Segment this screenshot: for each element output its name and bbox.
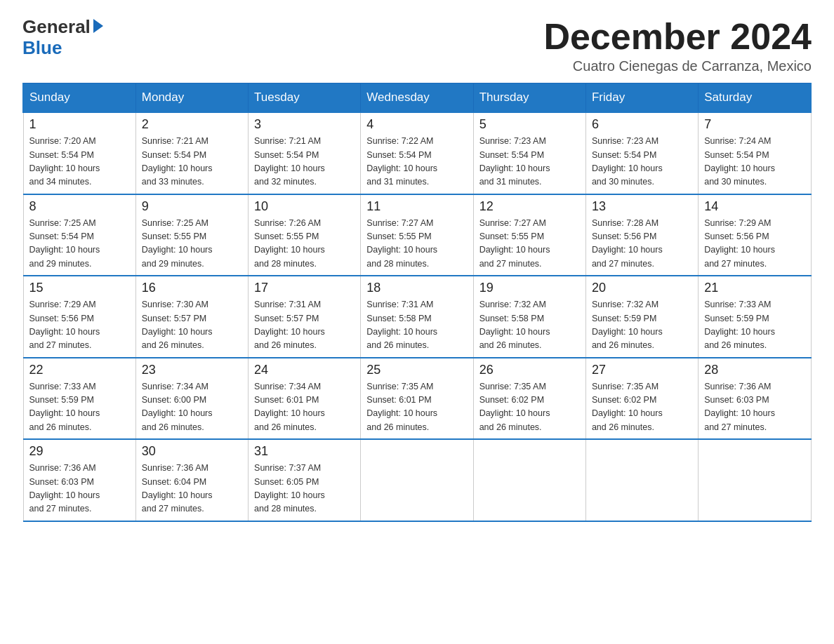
day-info: Sunrise: 7:22 AM Sunset: 5:54 PM Dayligh… (366, 135, 467, 189)
table-row: 12 Sunrise: 7:27 AM Sunset: 5:55 PM Dayl… (473, 194, 585, 276)
page-header: General Blue December 2024 Cuatro Cieneg… (22, 17, 812, 74)
table-row: 22 Sunrise: 7:33 AM Sunset: 5:59 PM Dayl… (23, 358, 135, 440)
table-row: 24 Sunrise: 7:34 AM Sunset: 6:01 PM Dayl… (249, 358, 361, 440)
table-row: 20 Sunrise: 7:32 AM Sunset: 5:59 PM Dayl… (585, 276, 698, 358)
day-number: 23 (142, 363, 242, 377)
day-info: Sunrise: 7:33 AM Sunset: 5:59 PM Dayligh… (704, 298, 805, 353)
day-number: 3 (254, 117, 355, 132)
logo-blue-text: Blue (22, 37, 103, 59)
location-text: Cuatro Cienegas de Carranza, Mexico (543, 58, 812, 74)
day-info: Sunrise: 7:21 AM Sunset: 5:54 PM Dayligh… (142, 135, 242, 189)
day-number: 18 (366, 281, 467, 295)
table-row (585, 439, 698, 521)
day-info: Sunrise: 7:31 AM Sunset: 5:58 PM Dayligh… (366, 298, 467, 353)
day-number: 4 (366, 117, 467, 132)
day-info: Sunrise: 7:36 AM Sunset: 6:03 PM Dayligh… (29, 462, 130, 516)
table-row: 4 Sunrise: 7:22 AM Sunset: 5:54 PM Dayli… (361, 112, 473, 194)
table-row: 19 Sunrise: 7:32 AM Sunset: 5:58 PM Dayl… (473, 276, 585, 358)
table-row: 14 Sunrise: 7:29 AM Sunset: 5:56 PM Dayl… (699, 194, 811, 276)
day-info: Sunrise: 7:23 AM Sunset: 5:54 PM Dayligh… (592, 135, 692, 189)
day-info: Sunrise: 7:23 AM Sunset: 5:54 PM Dayligh… (479, 135, 580, 189)
day-info: Sunrise: 7:33 AM Sunset: 5:59 PM Dayligh… (29, 380, 130, 435)
day-info: Sunrise: 7:36 AM Sunset: 6:03 PM Dayligh… (704, 380, 805, 435)
day-number: 17 (254, 281, 355, 295)
day-number: 15 (29, 281, 130, 295)
day-info: Sunrise: 7:35 AM Sunset: 6:01 PM Dayligh… (366, 380, 467, 435)
day-number: 29 (29, 444, 130, 459)
day-number: 5 (479, 117, 580, 132)
calendar-week-row: 22 Sunrise: 7:33 AM Sunset: 5:59 PM Dayl… (23, 358, 811, 440)
table-row: 1 Sunrise: 7:20 AM Sunset: 5:54 PM Dayli… (23, 112, 135, 194)
day-info: Sunrise: 7:25 AM Sunset: 5:54 PM Dayligh… (29, 217, 130, 271)
calendar-header-row: Sunday Monday Tuesday Wednesday Thursday… (23, 83, 811, 113)
day-number: 26 (479, 363, 580, 377)
table-row: 6 Sunrise: 7:23 AM Sunset: 5:54 PM Dayli… (585, 112, 698, 194)
day-info: Sunrise: 7:21 AM Sunset: 5:54 PM Dayligh… (254, 135, 355, 189)
table-row: 3 Sunrise: 7:21 AM Sunset: 5:54 PM Dayli… (249, 112, 361, 194)
day-info: Sunrise: 7:35 AM Sunset: 6:02 PM Dayligh… (592, 380, 692, 435)
day-number: 10 (254, 199, 355, 214)
logo-triangle-icon (93, 19, 103, 33)
table-row (361, 439, 473, 521)
table-row: 21 Sunrise: 7:33 AM Sunset: 5:59 PM Dayl… (699, 276, 811, 358)
day-number: 19 (479, 281, 580, 295)
day-info: Sunrise: 7:30 AM Sunset: 5:57 PM Dayligh… (142, 298, 242, 353)
col-sunday: Sunday (23, 83, 135, 113)
table-row: 30 Sunrise: 7:36 AM Sunset: 6:04 PM Dayl… (135, 439, 248, 521)
table-row (473, 439, 585, 521)
col-thursday: Thursday (473, 83, 585, 113)
day-number: 11 (366, 199, 467, 214)
day-info: Sunrise: 7:36 AM Sunset: 6:04 PM Dayligh… (142, 462, 242, 516)
table-row: 18 Sunrise: 7:31 AM Sunset: 5:58 PM Dayl… (361, 276, 473, 358)
table-row (699, 439, 811, 521)
col-friday: Friday (585, 83, 698, 113)
day-number: 27 (592, 363, 692, 377)
table-row: 9 Sunrise: 7:25 AM Sunset: 5:55 PM Dayli… (135, 194, 248, 276)
table-row: 28 Sunrise: 7:36 AM Sunset: 6:03 PM Dayl… (699, 358, 811, 440)
day-info: Sunrise: 7:28 AM Sunset: 5:56 PM Dayligh… (592, 217, 692, 271)
logo-top: General (22, 17, 103, 37)
table-row: 31 Sunrise: 7:37 AM Sunset: 6:05 PM Dayl… (249, 439, 361, 521)
day-info: Sunrise: 7:29 AM Sunset: 5:56 PM Dayligh… (29, 298, 130, 353)
day-number: 2 (142, 117, 242, 132)
day-info: Sunrise: 7:24 AM Sunset: 5:54 PM Dayligh… (704, 135, 805, 189)
day-info: Sunrise: 7:31 AM Sunset: 5:57 PM Dayligh… (254, 298, 355, 353)
calendar-week-row: 1 Sunrise: 7:20 AM Sunset: 5:54 PM Dayli… (23, 112, 811, 194)
day-info: Sunrise: 7:25 AM Sunset: 5:55 PM Dayligh… (142, 217, 242, 271)
day-info: Sunrise: 7:37 AM Sunset: 6:05 PM Dayligh… (254, 462, 355, 516)
day-info: Sunrise: 7:32 AM Sunset: 5:58 PM Dayligh… (479, 298, 580, 353)
table-row: 29 Sunrise: 7:36 AM Sunset: 6:03 PM Dayl… (23, 439, 135, 521)
table-row: 15 Sunrise: 7:29 AM Sunset: 5:56 PM Dayl… (23, 276, 135, 358)
day-number: 13 (592, 199, 692, 214)
day-number: 22 (29, 363, 130, 377)
col-tuesday: Tuesday (249, 83, 361, 113)
table-row: 26 Sunrise: 7:35 AM Sunset: 6:02 PM Dayl… (473, 358, 585, 440)
day-number: 21 (704, 281, 805, 295)
day-info: Sunrise: 7:34 AM Sunset: 6:01 PM Dayligh… (254, 380, 355, 435)
day-info: Sunrise: 7:34 AM Sunset: 6:00 PM Dayligh… (142, 380, 242, 435)
day-number: 28 (704, 363, 805, 377)
day-number: 1 (29, 117, 130, 132)
day-number: 8 (29, 199, 130, 214)
calendar-week-row: 29 Sunrise: 7:36 AM Sunset: 6:03 PM Dayl… (23, 439, 811, 521)
day-number: 16 (142, 281, 242, 295)
table-row: 17 Sunrise: 7:31 AM Sunset: 5:57 PM Dayl… (249, 276, 361, 358)
day-number: 30 (142, 444, 242, 459)
day-number: 6 (592, 117, 692, 132)
table-row: 13 Sunrise: 7:28 AM Sunset: 5:56 PM Dayl… (585, 194, 698, 276)
logo-general-text: General (22, 17, 91, 37)
table-row: 11 Sunrise: 7:27 AM Sunset: 5:55 PM Dayl… (361, 194, 473, 276)
day-info: Sunrise: 7:32 AM Sunset: 5:59 PM Dayligh… (592, 298, 692, 353)
col-monday: Monday (135, 83, 248, 113)
day-info: Sunrise: 7:26 AM Sunset: 5:55 PM Dayligh… (254, 217, 355, 271)
calendar-week-row: 8 Sunrise: 7:25 AM Sunset: 5:54 PM Dayli… (23, 194, 811, 276)
table-row: 23 Sunrise: 7:34 AM Sunset: 6:00 PM Dayl… (135, 358, 248, 440)
day-info: Sunrise: 7:27 AM Sunset: 5:55 PM Dayligh… (479, 217, 580, 271)
day-number: 9 (142, 199, 242, 214)
day-info: Sunrise: 7:20 AM Sunset: 5:54 PM Dayligh… (29, 135, 130, 189)
day-number: 12 (479, 199, 580, 214)
table-row: 5 Sunrise: 7:23 AM Sunset: 5:54 PM Dayli… (473, 112, 585, 194)
table-row: 16 Sunrise: 7:30 AM Sunset: 5:57 PM Dayl… (135, 276, 248, 358)
day-number: 25 (366, 363, 467, 377)
calendar-week-row: 15 Sunrise: 7:29 AM Sunset: 5:56 PM Dayl… (23, 276, 811, 358)
